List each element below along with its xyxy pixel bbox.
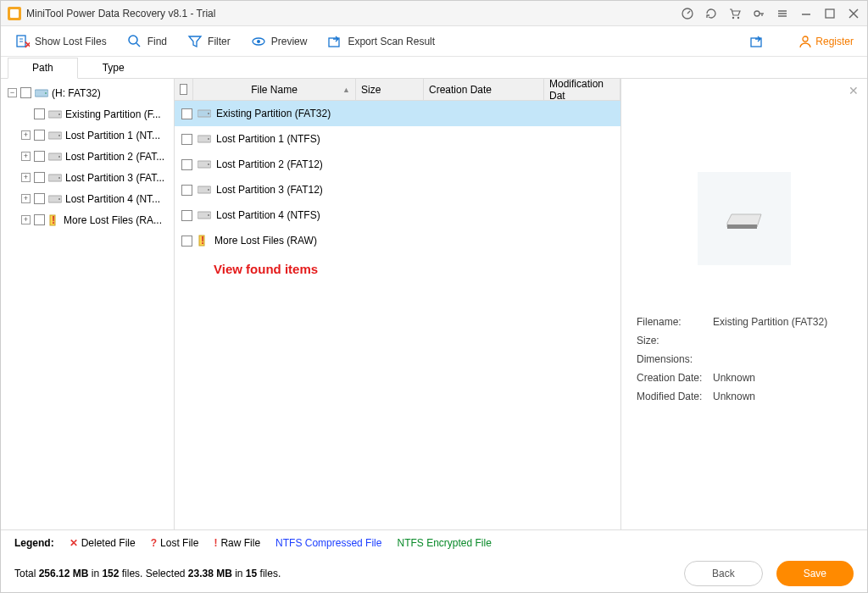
svg-point-4 <box>732 16 734 18</box>
question-icon: ? <box>151 537 157 549</box>
filter-button[interactable]: Filter <box>187 34 231 49</box>
close-button[interactable] <box>847 7 860 20</box>
row-name: Lost Partition 1 (NTFS) <box>216 133 320 145</box>
exclaim-icon: ! <box>214 537 217 549</box>
drive-icon <box>198 210 211 220</box>
svg-point-23 <box>257 40 260 43</box>
list-row[interactable]: !More Lost Files (RAW) <box>175 228 620 253</box>
cart-icon[interactable] <box>728 7 742 20</box>
export-label: Export Scan Result <box>348 36 435 47</box>
preview-button[interactable]: Preview <box>251 34 308 49</box>
dimensions-label: Dimensions: <box>637 353 713 365</box>
tab-type[interactable]: Type <box>78 58 149 79</box>
checkbox[interactable] <box>181 134 192 145</box>
tree-item[interactable]: +Lost Partition 3 (FAT... <box>1 167 174 188</box>
col-creation-date[interactable]: Creation Date <box>424 79 544 100</box>
expand-icon[interactable]: + <box>21 194 31 203</box>
key-icon[interactable] <box>752 7 765 20</box>
list-row[interactable]: Lost Partition 3 (FAT12) <box>175 177 620 202</box>
menu-icon[interactable] <box>776 7 789 20</box>
search-icon <box>127 34 142 49</box>
checkbox[interactable] <box>34 130 45 141</box>
save-button[interactable]: Save <box>776 561 854 586</box>
show-lost-files-button[interactable]: ✕ Show Lost Files <box>14 34 107 49</box>
tab-path[interactable]: Path <box>8 58 78 79</box>
register-button[interactable]: Register <box>798 35 854 48</box>
creation-date-value: Unknown <box>713 372 852 384</box>
tree-item[interactable]: +!More Lost Files (RA... <box>1 209 174 230</box>
tree-item[interactable]: +Lost Partition 4 (NT... <box>1 188 174 209</box>
col-filename[interactable]: File Name▲ <box>193 79 356 100</box>
svg-point-44 <box>208 138 209 140</box>
collapse-icon[interactable]: − <box>8 88 17 97</box>
tree-pane: − (H: FAT32) Existing Partition (F...+Lo… <box>1 79 175 529</box>
svg-text:!: ! <box>52 214 55 226</box>
annotation-text: View found items <box>214 262 318 276</box>
svg-point-38 <box>58 198 60 200</box>
filter-label: Filter <box>208 36 231 47</box>
drive-icon <box>48 109 62 119</box>
checkbox[interactable] <box>34 172 45 183</box>
expand-icon[interactable]: + <box>21 130 31 140</box>
refresh-icon[interactable] <box>704 7 718 20</box>
svg-rect-13 <box>826 9 834 18</box>
svg-point-48 <box>208 189 209 191</box>
size-value <box>713 335 852 346</box>
svg-rect-1 <box>10 9 19 18</box>
expand-icon[interactable]: + <box>21 215 31 224</box>
col-modification-date[interactable]: Modification Dat <box>544 79 620 100</box>
drive-icon <box>198 134 211 144</box>
expand-icon[interactable]: + <box>21 173 31 182</box>
legend-raw: !Raw File <box>214 537 260 549</box>
checkbox[interactable] <box>181 185 192 196</box>
share-icon[interactable] <box>749 34 765 49</box>
col-size[interactable]: Size <box>356 79 424 100</box>
export-icon <box>327 34 342 49</box>
list-row[interactable]: Lost Partition 1 (NTFS) <box>175 126 620 152</box>
row-name: Lost Partition 2 (FAT12) <box>216 158 323 170</box>
status-text: Total 256.12 MB in 152 files. Selected 2… <box>14 568 281 579</box>
back-button[interactable]: Back <box>684 561 763 586</box>
list-row[interactable]: Existing Partition (FAT32) <box>175 101 620 126</box>
checkbox[interactable] <box>34 193 45 204</box>
checkbox[interactable] <box>34 214 45 225</box>
checkbox[interactable] <box>20 87 31 98</box>
maximize-button[interactable] <box>823 7 837 20</box>
checkbox[interactable] <box>34 151 45 162</box>
list-row[interactable]: Lost Partition 4 (NTFS) <box>175 202 620 228</box>
tree-item[interactable]: +Lost Partition 1 (NT... <box>1 125 174 146</box>
find-button[interactable]: Find <box>127 34 167 49</box>
preview-pane: ✕ Filename:Existing Partition (FAT32) Si… <box>621 79 867 529</box>
svg-point-20 <box>129 36 137 44</box>
minimize-button[interactable] <box>799 7 813 20</box>
modified-date-value: Unknown <box>713 391 852 402</box>
close-preview-icon[interactable]: ✕ <box>849 84 859 97</box>
app-icon <box>8 7 21 20</box>
expand-icon[interactable]: + <box>21 152 31 161</box>
tree-item[interactable]: Existing Partition (F... <box>1 103 174 125</box>
tree-root[interactable]: − (H: FAT32) <box>1 82 174 103</box>
select-all-checkbox[interactable] <box>180 84 187 95</box>
checkbox[interactable] <box>181 159 192 170</box>
svg-text:✕: ✕ <box>24 39 30 49</box>
drive-icon <box>198 108 211 119</box>
svg-rect-53 <box>727 224 757 229</box>
svg-point-46 <box>208 163 209 165</box>
filename-label: Filename: <box>637 316 713 328</box>
tree-item-label: Lost Partition 2 (FAT... <box>65 151 164 163</box>
list-pane: File Name▲ Size Creation Date Modificati… <box>175 79 621 529</box>
tree-item-label: Lost Partition 4 (NT... <box>65 193 160 205</box>
drive-icon <box>35 88 48 98</box>
checkbox[interactable] <box>181 108 192 119</box>
checkbox[interactable] <box>181 236 192 247</box>
list-row[interactable]: Lost Partition 2 (FAT12) <box>175 152 620 177</box>
modified-date-label: Modified Date: <box>637 391 713 402</box>
export-button[interactable]: Export Scan Result <box>327 34 435 49</box>
checkbox[interactable] <box>34 108 45 119</box>
creation-date-label: Creation Date: <box>637 372 713 384</box>
speed-icon[interactable] <box>681 7 694 20</box>
checkbox[interactable] <box>181 210 192 221</box>
tree-item[interactable]: +Lost Partition 2 (FAT... <box>1 146 174 167</box>
title-bar: MiniTool Power Data Recovery v8.1 - Tria… <box>1 1 867 26</box>
status-bar: Total 256.12 MB in 152 files. Selected 2… <box>1 555 867 592</box>
